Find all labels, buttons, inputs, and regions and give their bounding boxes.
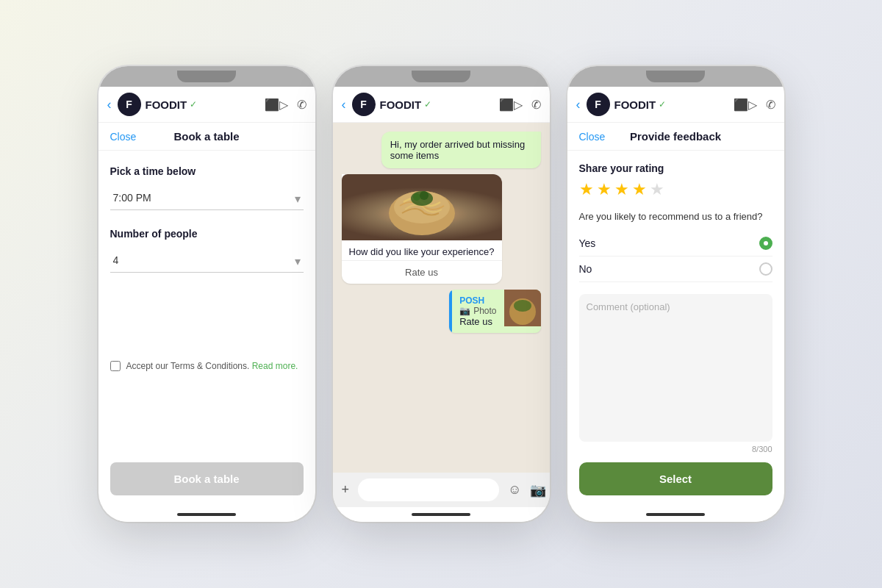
app-logo-3: F <box>587 93 610 116</box>
feedback-subheader-inner: Close Provide feedback <box>579 130 772 143</box>
notch-bar <box>98 66 315 87</box>
chat-food-card: How did you like your experience? Rate u… <box>342 174 502 284</box>
phone-bottom-bar <box>98 507 315 522</box>
time-select-wrapper[interactable]: 6:00 PM 6:30 PM 7:00 PM 7:30 PM 8:00 PM <box>110 186 304 210</box>
back-button-2[interactable]: ‹ <box>342 97 346 112</box>
svg-point-7 <box>514 300 531 312</box>
feedback-close-button[interactable]: Close <box>579 131 606 143</box>
phone-bottom-bar-2 <box>333 507 550 522</box>
people-select-wrapper[interactable]: 1 2 3 4 5 6 <box>110 248 304 273</box>
terms-checkbox[interactable] <box>110 361 121 371</box>
notch <box>177 71 236 82</box>
phone-chat: ‹ F FOODIT ✓ ⬛▷ ✆ Hi, my order arrived b… <box>333 66 550 522</box>
phone-book-table: ‹ F FOODIT ✓ ⬛▷ ✆ Close Book a table Pic… <box>98 66 315 522</box>
camera-icon[interactable]: 📷 <box>530 482 546 498</box>
chat-input-bar: + ☺ 📷 🎤 <box>333 473 550 507</box>
svg-point-3 <box>413 193 420 201</box>
app-name-2: FOODIT <box>380 98 422 111</box>
chat-content: Hi, my order arrived but missing some it… <box>333 123 550 507</box>
close-button[interactable]: Close <box>110 131 137 143</box>
app-name-row-3: FOODIT ✓ <box>614 98 734 111</box>
comment-placeholder: Comment (optional) <box>587 301 670 312</box>
phone-bottom-bar-3 <box>567 507 784 522</box>
camera-icon-small: 📷 <box>459 306 470 316</box>
phone-call-icon[interactable]: ✆ <box>297 98 306 112</box>
video-call-icon[interactable]: ⬛▷ <box>265 98 288 112</box>
how-did-text: How did you like your experience? <box>342 240 502 260</box>
app-name-row: FOODIT ✓ <box>146 98 265 111</box>
rating-title: Share your rating <box>579 162 772 174</box>
back-button-3[interactable]: ‹ <box>576 97 581 112</box>
no-radio-button[interactable] <box>759 262 772 276</box>
phone-call-icon-3[interactable]: ✆ <box>766 98 775 112</box>
home-indicator-2 <box>412 513 470 516</box>
back-button[interactable]: ‹ <box>107 97 112 112</box>
terms-row: Accept our Terms & Conditions. Read more… <box>110 296 304 436</box>
no-radio-row[interactable]: No <box>579 257 772 282</box>
posh-label: POSH <box>459 295 496 306</box>
phone-feedback: ‹ F FOODIT ✓ ⬛▷ ✆ Close Provide feedback… <box>567 66 784 522</box>
notch-bar-3 <box>567 66 784 87</box>
star-4[interactable]: ★ <box>632 180 647 199</box>
terms-text: Accept our Terms & Conditions. Read more… <box>126 361 298 371</box>
book-form-container: Pick a time below 6:00 PM 6:30 PM 7:00 P… <box>98 151 315 507</box>
time-select[interactable]: 6:00 PM 6:30 PM 7:00 PM 7:30 PM 8:00 PM <box>110 186 304 210</box>
radio-inner <box>764 241 768 245</box>
no-label: No <box>579 263 592 275</box>
star-1[interactable]: ★ <box>579 180 594 199</box>
feedback-title: Provide feedback <box>630 130 721 143</box>
book-form: Pick a time below 6:00 PM 6:30 PM 7:00 P… <box>98 151 315 451</box>
book-subheader: Close Book a table <box>98 123 315 151</box>
book-table-button[interactable]: Book a table <box>110 462 304 495</box>
yes-radio-row[interactable]: Yes <box>579 231 772 257</box>
feedback-form: Share your rating ★ ★ ★ ★ ★ Are you like… <box>567 151 784 507</box>
verified-badge: ✓ <box>190 99 197 110</box>
recommend-question: Are you likely to recommend us to a frie… <box>579 211 772 222</box>
chat-message-sent: Hi, my order arrived but missing some it… <box>381 132 541 168</box>
phone-call-icon-2[interactable]: ✆ <box>531 98 541 112</box>
star-2[interactable]: ★ <box>597 180 612 199</box>
video-call-icon-2[interactable]: ⬛▷ <box>499 98 523 112</box>
header-icons: ⬛▷ ✆ <box>265 98 306 112</box>
feedback-content: Share your rating ★ ★ ★ ★ ★ Are you like… <box>567 151 784 507</box>
video-call-icon-3[interactable]: ⬛▷ <box>734 98 757 112</box>
terms-read-more-link[interactable]: Read more. <box>252 361 298 371</box>
recommend-section: Are you likely to recommend us to a frie… <box>579 211 772 282</box>
people-section-label: Number of people <box>110 228 304 240</box>
notch-2 <box>412 71 470 82</box>
app-header-2: ‹ F FOODIT ✓ ⬛▷ ✆ <box>333 87 550 123</box>
star-5[interactable]: ★ <box>650 180 664 199</box>
feedback-subheader: Close Provide feedback <box>567 123 784 151</box>
emoji-icon[interactable]: ☺ <box>508 482 521 498</box>
comment-box[interactable]: Comment (optional) <box>579 294 772 442</box>
plus-icon[interactable]: + <box>342 482 350 498</box>
comment-char-count: 8/300 <box>579 445 772 453</box>
rating-section: Share your rating ★ ★ ★ ★ ★ <box>579 162 772 199</box>
book-subheader-inner: Close Book a table <box>110 130 304 143</box>
yes-radio-button[interactable] <box>759 237 772 250</box>
book-title: Book a table <box>173 130 239 143</box>
posh-thumbnail <box>504 290 541 326</box>
app-name: FOODIT <box>146 98 187 111</box>
posh-rate-card: POSH 📷 Photo Rate us <box>449 290 540 333</box>
app-header: ‹ F FOODIT ✓ ⬛▷ ✆ <box>98 87 315 123</box>
svg-point-4 <box>420 191 429 200</box>
chat-input-field[interactable] <box>358 478 499 501</box>
rate-us-button[interactable]: Rate us <box>342 260 502 284</box>
header-icons-2: ⬛▷ ✆ <box>499 98 541 112</box>
verified-badge-3: ✓ <box>659 99 666 110</box>
posh-rate-label[interactable]: Rate us <box>459 316 496 327</box>
people-select[interactable]: 1 2 3 4 5 6 <box>110 248 304 273</box>
app-header-3: ‹ F FOODIT ✓ ⬛▷ ✆ <box>567 87 784 123</box>
verified-badge-2: ✓ <box>424 99 431 110</box>
posh-photo-row: 📷 Photo <box>459 306 496 316</box>
star-3[interactable]: ★ <box>614 180 629 199</box>
time-section-label: Pick a time below <box>110 165 304 177</box>
posh-card-left: POSH 📷 Photo Rate us <box>449 290 503 333</box>
chat-area: Hi, my order arrived but missing some it… <box>333 123 550 473</box>
home-indicator-3 <box>646 513 705 516</box>
select-button[interactable]: Select <box>579 462 772 495</box>
yes-label: Yes <box>579 237 596 249</box>
header-icons-3: ⬛▷ ✆ <box>734 98 775 112</box>
app-name-3: FOODIT <box>614 98 656 111</box>
